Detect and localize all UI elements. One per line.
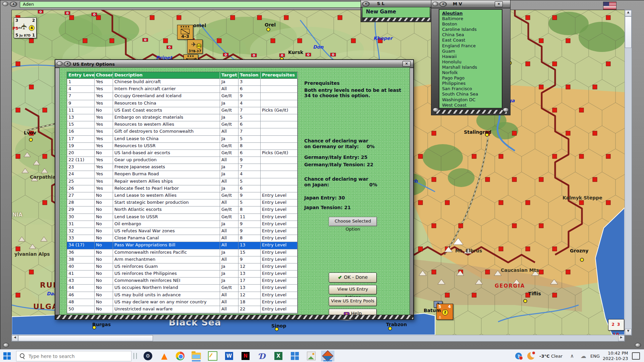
table-row[interactable]: 28NoStart strategic bomber productionAll… [67, 199, 298, 206]
search-box[interactable] [16, 351, 131, 361]
minimize-oval-button[interactable]: ▲ [64, 61, 71, 66]
weather-moon-icon[interactable] [527, 350, 535, 362]
table-row[interactable]: 13YesEmbargo on strategic materialsJa5 [67, 114, 298, 121]
view-us-entry-actions-button[interactable]: View US Entry Actions [329, 285, 377, 294]
table-row[interactable]: 19YesResources to USSRGe/It8 [67, 143, 298, 150]
onedrive-cloud-icon[interactable]: ☁ [581, 350, 586, 362]
table-row[interactable]: 38NoArm merchantmenAll9Entry Level [67, 256, 298, 263]
table-row[interactable]: 29NoNorth Atlantic escortsGe/It8Entry Le… [67, 206, 298, 214]
minimize-oval-button[interactable]: ▲ [10, 2, 17, 7]
taskbar-icon-word[interactable]: W [222, 351, 236, 361]
taskbar-icon-disney[interactable]: Ɗ [255, 351, 269, 361]
table-row[interactable]: 27NoLend Lease to western AlliesGe/It9En… [67, 192, 298, 199]
scroll-left-button[interactable]: ◀ [12, 335, 18, 341]
table-row[interactable]: 15YesResources to western AlliesGe/It6 [67, 121, 298, 128]
ok-done-button[interactable]: ✔OK - Done [329, 273, 377, 283]
taskbar-icon-vlc[interactable]: ▲ [158, 351, 171, 361]
location-list[interactable]: AleutianBaltimoreBostonCaroline IslandsC… [439, 9, 502, 109]
table-row[interactable]: 48NoUS may declare war on any minor coun… [67, 299, 298, 306]
close-icon[interactable]: × [495, 1, 503, 7]
search-input[interactable] [28, 352, 126, 361]
language-indicator[interactable]: ENG [590, 350, 600, 362]
table-row[interactable]: 22 (11)YesGear up productionAll9 [67, 157, 298, 164]
table-row[interactable]: 23YesFreeze Japanese assetsJa7 [67, 164, 298, 171]
taskbar-icon-photos[interactable] [305, 351, 318, 361]
location-list-item[interactable]: England France [442, 43, 502, 49]
notification-center-icon[interactable] [632, 350, 640, 362]
location-list-item[interactable]: Honolulu [442, 59, 502, 65]
table-row[interactable]: 9YesResources to ChinaJa4 [67, 100, 298, 107]
map-vertical-scrollbar[interactable]: ▲ ▼ [625, 10, 632, 336]
view-us-entry-pools-button[interactable]: View US Entry Pools [329, 297, 377, 306]
location-list-item[interactable]: Pago Pago [442, 75, 502, 81]
table-row[interactable]: 30NoLend Lease to USSRGe/It11Entry Level [67, 214, 298, 221]
location-list-item[interactable]: China Sea [442, 32, 502, 38]
scroll-down-button[interactable]: ▼ [625, 329, 632, 335]
entry-options-table[interactable]: Entry LevelChosenDescriptionTargetTensio… [67, 72, 298, 314]
location-list-item[interactable]: Philippines [442, 81, 502, 86]
help-tray-icon[interactable]: ? [515, 350, 522, 362]
table-row[interactable]: 11NoUS East Coast escortsGe/It7Picks (Ge… [67, 107, 298, 114]
table-row[interactable]: 46NoUS may build units in advanceAll12En… [67, 292, 298, 299]
location-list-item[interactable]: Norfolk [442, 70, 502, 75]
unit-counter-army[interactable]: xxxx 4-3 [177, 25, 193, 40]
unit-counter-tb3[interactable]: ✈ 11 3 TB-3 7 [187, 40, 203, 54]
table-row[interactable]: 20NoUS land-based air escortsGe/It6Picks… [67, 150, 298, 157]
map-horizontal-scrollbar[interactable]: ◀ ▶ [11, 335, 625, 342]
weather-temp[interactable]: -3°C Clear [539, 350, 562, 362]
horizontal-scroll-thumb[interactable] [18, 335, 153, 341]
table-row[interactable]: 24YesReopen Burma RoadJa4 [67, 171, 298, 178]
location-list-item[interactable]: West Coast [442, 103, 502, 108]
taskbar-icon-chrome[interactable] [173, 351, 187, 361]
taskbar-icon-netflix[interactable]: N [239, 351, 252, 361]
table-row[interactable]: 17YesLend Lease to ChinaJa5 [67, 136, 298, 143]
taskbar-icon-explorer[interactable] [190, 351, 203, 361]
choose-selected-option-button[interactable]: Choose Selected Option [329, 217, 377, 226]
table-row[interactable]: 34 (17)NoPass War Appropriations BillAll… [67, 242, 298, 249]
table-row[interactable]: 41NoUS reinforces the PhilippinesJa13Ent… [67, 270, 298, 278]
table-row[interactable]: 32NoUS refutes Naval War zonesAll9Entry … [67, 228, 298, 235]
location-list-item[interactable]: Hawaii [442, 54, 502, 59]
scroll-right-button[interactable]: ▶ [618, 335, 625, 341]
table-row[interactable]: 43NoCommonwealth reinforces NEIJa17Entry… [67, 278, 298, 285]
location-list-item[interactable]: Washington DC [442, 97, 502, 103]
close-icon[interactable]: × [402, 61, 411, 67]
mv-titlebar[interactable]: ▲ M V × [431, 0, 510, 8]
table-row[interactable]: 36NoCommonwealth reinforces PacificJa15E… [67, 249, 298, 256]
table-row[interactable]: 50NoUnrestricted naval warfareAll22Entry… [67, 306, 298, 313]
location-list-item[interactable]: Caroline Islands [442, 27, 502, 32]
taskbar-icon-steam[interactable]: ⚙ [141, 351, 155, 361]
minimize-oval-button[interactable]: ▲ [362, 1, 370, 6]
sl-titlebar[interactable]: ▲ S L [361, 0, 431, 8]
location-list-item[interactable]: San Francisco [442, 86, 502, 92]
location-list-item[interactable]: South China Sea [442, 92, 502, 97]
tray-expand-chevron[interactable]: ∧ [570, 350, 574, 362]
table-row[interactable]: 31NoOil embargoJa9Entry Level [67, 221, 298, 228]
start-button[interactable] [2, 352, 13, 360]
vertical-scroll-thumb[interactable] [625, 16, 632, 48]
table-row[interactable]: 40NoUS reinforces GuamJa12Entry Level [67, 263, 298, 270]
location-list-item[interactable]: Boston [442, 21, 502, 27]
minimize-oval-button[interactable]: ▲ [439, 2, 447, 7]
taskbar-icon-office-grid[interactable] [288, 351, 302, 361]
scroll-up-button[interactable]: ▲ [625, 10, 632, 16]
table-row[interactable]: 16YesGift of destroyers to CommonwealthA… [67, 128, 298, 135]
taskbar-icon-excel[interactable]: X [272, 351, 285, 361]
table-cell: US East Coast escorts [113, 107, 220, 114]
table-row[interactable]: 25YesRepair western Allies shipsAll5 [67, 178, 298, 185]
table-row[interactable]: 1YesChinese build aircraftJa3 [67, 79, 298, 86]
taskbar-icon-game[interactable] [321, 351, 334, 361]
location-list-item[interactable]: Marshall Islands [442, 65, 502, 70]
clock[interactable]: 10:42 PM 2022-10-23 [603, 350, 628, 362]
table-row[interactable]: 33NoClose Panama CanalAll8Entry Level [67, 235, 298, 242]
table-row[interactable]: 44NoUS occupies Northern IrelandGe/It13E… [67, 285, 298, 292]
table-row[interactable]: 7YesOccupy Greenland and IcelandGe/It9 [67, 93, 298, 100]
location-list-item[interactable]: Guam [442, 49, 502, 54]
table-row[interactable]: 4YesIntern French aircraft carrierAll6 [67, 86, 298, 93]
location-list-item[interactable]: Aleutian [442, 11, 502, 16]
location-list-item[interactable]: East Coast [442, 38, 502, 43]
location-list-item[interactable]: Baltimore [442, 16, 502, 21]
dialog-titlebar[interactable]: ▲ US Entry Options × [55, 60, 413, 68]
table-row[interactable]: 26YesRelocate fleet to Pearl HarborJa6 [67, 185, 298, 192]
taskbar-icon-notepad[interactable] [206, 351, 219, 361]
